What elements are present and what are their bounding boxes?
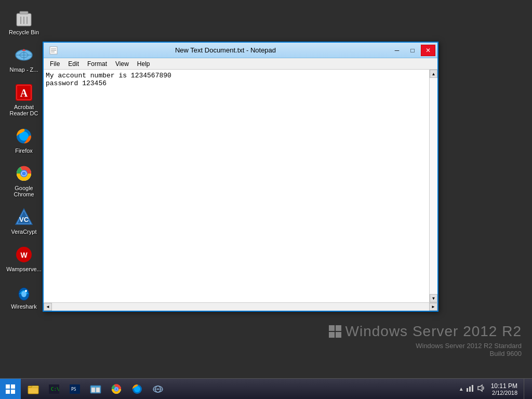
windows-build-text: Build 9600 [329,350,522,357]
notepad-menu-help[interactable]: Help [133,59,154,69]
wampserver-label: Wampserve... [6,266,41,272]
taskbar-clock[interactable]: 10:11 PM 2/12/2018 [489,382,520,396]
svg-rect-32 [11,384,15,389]
notepad-close-button[interactable]: ✕ [421,45,435,56]
clock-date: 2/12/2018 [491,390,517,396]
notepad-menu-file[interactable]: File [46,59,64,69]
chrome-label: Google Chrome [7,185,41,197]
svg-marker-56 [478,385,482,391]
scrollbar-track [430,78,437,294]
notepad-scrollbar-vertical[interactable]: ▲ ▼ [429,70,437,302]
scrollbar-left-button[interactable]: ◄ [44,303,52,311]
clock-time: 10:11 PM [491,382,517,390]
wireshark-icon[interactable]: Wireshark [5,280,43,312]
show-desktop-button[interactable] [524,379,528,399]
nmap-image [14,45,34,65]
veracrypt-label: VeraCrypt [11,229,37,235]
veracrypt-icon[interactable]: VC VeraCrypt [5,205,43,237]
svg-point-46 [115,388,118,390]
start-icon [5,384,16,394]
svg-rect-53 [467,388,468,392]
notepad-maximize-button[interactable]: □ [405,45,420,56]
svg-rect-55 [472,385,473,392]
taskbar-chrome-button[interactable] [106,380,127,398]
desktop: Recycle Bin Nmap - Z... A [0,0,532,399]
network-tray-icon[interactable] [466,384,474,394]
notepad-minimize-button[interactable]: ─ [390,45,404,56]
notepad-content-area: My account number is 1234567890 password… [44,70,437,302]
chrome-icon[interactable]: Google Chrome [5,161,43,200]
svg-point-18 [22,171,26,176]
notepad-title-area: New Text Document.txt - Notepad [61,46,390,54]
svg-rect-34 [11,390,15,394]
system-tray: ▲ [459,384,485,394]
wireshark-label: Wireshark [11,303,37,310]
svg-text:VC: VC [19,216,29,223]
notepad-menu-format[interactable]: Format [83,59,111,69]
wampserver-icon[interactable]: W Wampserve... [5,242,43,274]
acrobat-image: A [14,82,34,103]
notepad-titlebar: New Text Document.txt - Notepad ─ □ ✕ [44,43,437,58]
notepad-menu-edit[interactable]: Edit [64,59,83,69]
firefox-icon[interactable]: Firefox [5,124,43,156]
windows-watermark-text: Windows Server 2012 R2 [345,323,522,340]
svg-text:C:\>: C:\> [51,387,60,392]
veracrypt-image: VC [14,207,34,228]
notepad-menubar: File Edit Format View Help [44,58,437,70]
taskbar-filemanager-button[interactable] [85,380,106,398]
acrobat-label: Acrobat Reader DC [7,104,41,116]
nmap-label: Nmap - Z... [9,66,38,73]
svg-rect-31 [6,384,10,389]
desktop-icon-list: Recycle Bin Nmap - Z... A [5,5,43,312]
firefox-label: Firefox [15,148,33,154]
recycle-bin-image [14,7,34,28]
taskbar: C:\> PS [0,378,532,399]
notepad-scrollbar-horizontal[interactable]: ◄ ► [44,302,437,311]
notepad-menu-view[interactable]: View [111,59,133,69]
scrollbar-right-button[interactable]: ► [429,303,437,311]
volume-tray-icon[interactable] [476,384,485,394]
recycle-bin-icon[interactable]: Recycle Bin [5,5,43,37]
svg-rect-41 [91,388,95,392]
svg-text:W: W [20,251,28,259]
svg-text:PS: PS [71,387,76,392]
wampserver-image: W [14,244,34,265]
svg-text:A: A [20,87,28,99]
notepad-window: New Text Document.txt - Notepad ─ □ ✕ Fi… [43,42,438,312]
windows-watermark: Windows Server 2012 R2 Windows Server 20… [329,323,522,357]
notepad-controls: ─ □ ✕ [390,45,435,56]
chrome-image [14,163,34,184]
svg-rect-54 [469,387,471,392]
svg-point-26 [25,290,27,292]
taskbar-network-button[interactable] [148,380,168,398]
notepad-app-icon [49,46,58,55]
recycle-bin-label: Recycle Bin [9,29,39,35]
taskbar-explorer-button[interactable] [23,380,44,398]
windows-version-text: Windows Server 2012 R2 Standard [329,342,522,350]
windows-logo-grid [329,325,341,338]
taskbar-powershell-button[interactable]: PS [64,380,85,398]
taskbar-items: C:\> PS [21,379,455,399]
scrollbar-up-button[interactable]: ▲ [430,70,437,78]
scrollbar-down-button[interactable]: ▼ [430,294,437,302]
svg-rect-1 [20,11,28,14]
taskbar-right: ▲ 10:11 PM 2/12/2018 [455,379,532,399]
notify-expand-button[interactable]: ▲ [459,386,464,392]
svg-rect-42 [96,388,100,392]
wireshark-image [14,282,34,302]
notepad-title: New Text Document.txt - Notepad [175,46,276,54]
nmap-icon[interactable]: Nmap - Z... [5,43,43,75]
svg-rect-33 [6,390,10,394]
taskbar-cmd-button[interactable]: C:\> [44,380,64,398]
start-button[interactable] [0,379,21,399]
acrobat-icon[interactable]: A Acrobat Reader DC [5,80,43,118]
notepad-textarea[interactable]: My account number is 1234567890 password… [44,70,429,302]
firefox-image [14,126,34,147]
taskbar-firefox-button[interactable] [127,380,148,398]
